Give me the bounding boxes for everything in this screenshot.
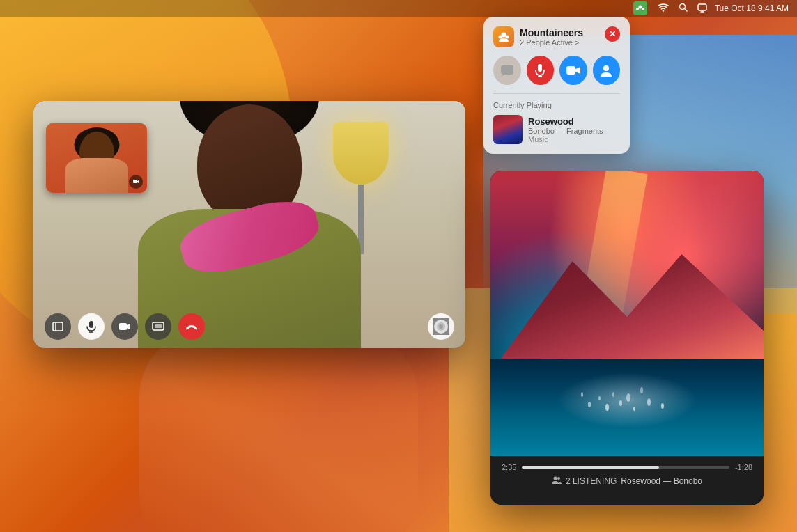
water-drops	[490, 393, 764, 435]
music-progress-fill	[522, 466, 658, 469]
group-icon	[493, 26, 514, 47]
svg-rect-27	[538, 64, 542, 72]
popup-divider	[493, 93, 620, 94]
music-current-time: 2:35	[502, 463, 516, 471]
shareplay-menu-icon[interactable]	[633, 1, 647, 15]
pip-badge	[129, 175, 143, 189]
sidebar-toggle-button[interactable]	[45, 313, 71, 340]
popup-music-info: Rosewood Bonobo — Fragments Music	[528, 116, 603, 143]
svg-point-25	[506, 36, 509, 39]
menubar-datetime: Tue Oct 18 9:41 AM	[715, 3, 789, 13]
shareplay-popup: Mountaineers 2 People Active > ✕	[483, 17, 630, 154]
mountain-shape	[490, 233, 764, 373]
svg-rect-17	[119, 323, 127, 330]
music-player-window: 2:35 -1:28 2 LISTENING Rosewood — Bonobo	[490, 171, 764, 505]
popup-music-type: Music	[528, 135, 603, 143]
svg-rect-26	[501, 65, 513, 75]
menu-bar: Tue Oct 18 9:41 AM	[0, 0, 797, 17]
svg-point-22	[439, 324, 443, 329]
pip-thumbnail[interactable]	[46, 123, 147, 193]
person-in-call	[117, 111, 382, 348]
music-progress-bar[interactable]	[522, 466, 729, 469]
music-artwork	[490, 171, 764, 456]
popup-mic-button[interactable]	[527, 56, 555, 85]
svg-line-7	[684, 9, 687, 12]
facetime-video	[33, 101, 465, 348]
svg-point-24	[499, 36, 502, 39]
popup-album-art-inner	[493, 115, 523, 144]
video-button[interactable]	[111, 313, 138, 340]
svg-rect-11	[133, 180, 137, 183]
svg-rect-30	[566, 66, 575, 75]
svg-point-23	[502, 33, 506, 38]
popup-music-row: Rosewood Bonobo — Fragments Music	[493, 115, 620, 144]
svg-point-5	[663, 10, 664, 11]
listeners-song: Rosewood — Bonobo	[621, 476, 702, 486]
music-listeners-row: 2 LISTENING Rosewood — Bonobo	[502, 476, 752, 486]
group-name: Mountaineers	[520, 27, 583, 39]
group-subtitle: 2 People Active >	[520, 38, 583, 47]
message-button[interactable]	[493, 56, 521, 85]
music-progress-row: 2:35 -1:28	[502, 463, 752, 471]
popup-action-buttons	[493, 56, 620, 85]
facetime-window	[33, 101, 465, 348]
currently-playing-label: Currently Playing	[493, 101, 620, 109]
music-controls: 2:35 -1:28 2 LISTENING Rosewood — Bonobo	[490, 456, 764, 505]
popup-title-area: Mountaineers 2 People Active >	[520, 27, 583, 47]
svg-rect-19	[155, 324, 162, 328]
desktop: Tue Oct 18 9:41 AM	[0, 0, 797, 532]
popup-header-left: Mountaineers 2 People Active >	[493, 26, 583, 47]
shareplay-button[interactable]	[428, 313, 454, 340]
popup-artist-album: Bonobo — Fragments	[528, 127, 603, 135]
popup-close-button[interactable]: ✕	[605, 26, 620, 42]
popup-facetime-button[interactable]	[559, 56, 587, 85]
listeners-icon	[552, 476, 562, 486]
artwork-water	[490, 359, 764, 456]
facetime-controls	[33, 313, 465, 340]
svg-rect-12	[53, 322, 63, 331]
svg-point-32	[553, 477, 557, 480]
music-remaining-time: -1:28	[735, 463, 752, 471]
bg-shape-2	[139, 323, 418, 532]
screentime-icon[interactable]	[697, 3, 707, 15]
popup-album-art	[493, 115, 523, 144]
svg-rect-8	[698, 4, 706, 10]
screen-share-button[interactable]	[145, 313, 171, 340]
svg-point-31	[603, 65, 609, 71]
popup-song-title: Rosewood	[528, 116, 603, 127]
wifi-icon[interactable]	[658, 3, 669, 14]
end-call-button[interactable]	[178, 313, 205, 340]
svg-point-33	[557, 477, 560, 480]
svg-point-0	[638, 6, 642, 9]
svg-rect-14	[89, 321, 93, 328]
listeners-count: 2 LISTENING	[566, 476, 617, 486]
popup-header: Mountaineers 2 People Active > ✕	[493, 26, 620, 47]
menu-bar-right: Tue Oct 18 9:41 AM	[633, 1, 789, 15]
popup-shareplay-button[interactable]	[593, 56, 621, 85]
artwork-mountain	[490, 233, 764, 373]
search-icon[interactable]	[679, 3, 688, 14]
pip-shirt	[65, 158, 128, 193]
mute-button[interactable]	[78, 313, 105, 340]
